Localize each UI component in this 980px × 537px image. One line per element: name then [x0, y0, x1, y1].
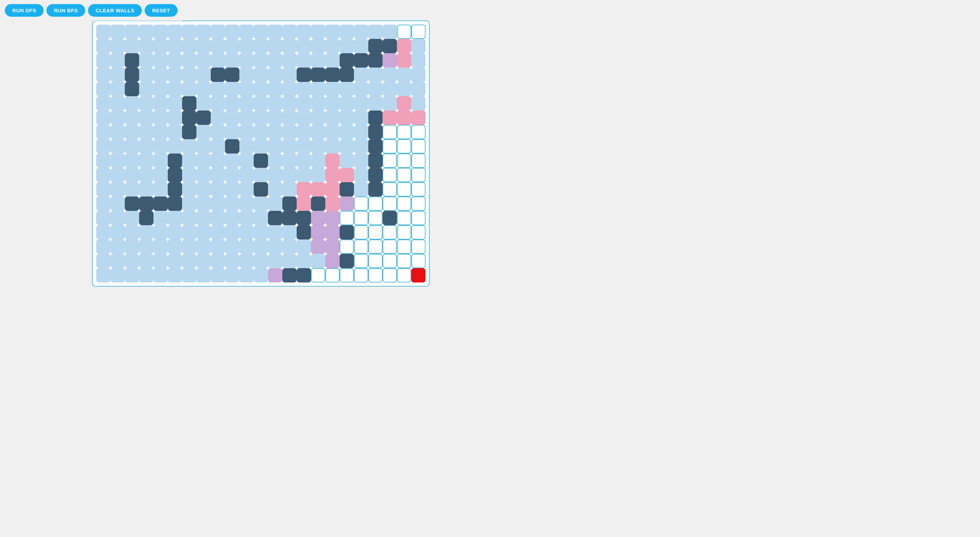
grid-cell[interactable]: [282, 110, 297, 125]
grid-cell[interactable]: [397, 39, 411, 53]
grid-cell[interactable]: [239, 239, 254, 254]
grid-cell[interactable]: [397, 25, 411, 39]
grid-cell[interactable]: [268, 139, 282, 153]
grid-cell[interactable]: [254, 39, 268, 53]
grid-cell[interactable]: [211, 196, 225, 211]
grid-cell[interactable]: [383, 225, 397, 239]
grid-cell[interactable]: [282, 139, 297, 153]
grid-cell[interactable]: [125, 211, 139, 225]
grid-cell[interactable]: [311, 39, 325, 53]
grid-cell[interactable]: [282, 96, 297, 110]
grid-cell[interactable]: [225, 254, 239, 268]
grid-cell[interactable]: [139, 110, 153, 125]
grid-cell[interactable]: [354, 254, 368, 268]
grid-cell[interactable]: [397, 196, 411, 211]
grid-cell[interactable]: [268, 67, 282, 82]
grid-cell[interactable]: [196, 153, 211, 168]
grid-cell[interactable]: [211, 268, 225, 282]
grid-cell[interactable]: [211, 125, 225, 139]
grid-cell[interactable]: [368, 254, 383, 268]
grid-cell[interactable]: [383, 82, 397, 96]
grid-cell[interactable]: [397, 82, 411, 96]
grid-cell[interactable]: [196, 39, 211, 53]
grid-cell[interactable]: [125, 82, 139, 96]
grid-cell[interactable]: [311, 110, 325, 125]
grid-cell[interactable]: [125, 110, 139, 125]
grid-cell[interactable]: [297, 53, 311, 67]
grid-cell[interactable]: [96, 53, 110, 67]
grid-cell[interactable]: [397, 139, 411, 153]
grid-cell[interactable]: [139, 182, 153, 196]
grid-cell[interactable]: [239, 268, 254, 282]
grid-cell[interactable]: [340, 225, 354, 239]
grid-cell[interactable]: [354, 182, 368, 196]
grid-cell[interactable]: [268, 110, 282, 125]
grid-cell[interactable]: [153, 268, 168, 282]
grid-cell[interactable]: [325, 268, 340, 282]
grid-cell[interactable]: [282, 268, 297, 282]
grid-cell[interactable]: [397, 239, 411, 254]
grid-cell[interactable]: [268, 82, 282, 96]
grid-cell[interactable]: [340, 268, 354, 282]
grid-cell[interactable]: [368, 239, 383, 254]
grid-cell[interactable]: [168, 25, 182, 39]
grid-cell[interactable]: [325, 254, 340, 268]
grid-cell[interactable]: [196, 239, 211, 254]
grid-cell[interactable]: [354, 225, 368, 239]
grid-cell[interactable]: [168, 39, 182, 53]
grid-cell[interactable]: [411, 196, 426, 211]
grid-cell[interactable]: [325, 239, 340, 254]
grid-cell[interactable]: [368, 96, 383, 110]
grid-cell[interactable]: [397, 168, 411, 182]
grid-cell[interactable]: [211, 39, 225, 53]
grid-cell[interactable]: [239, 196, 254, 211]
grid-cell[interactable]: [268, 182, 282, 196]
grid-cell[interactable]: [139, 153, 153, 168]
grid-cell[interactable]: [110, 211, 125, 225]
grid-cell[interactable]: [282, 39, 297, 53]
grid-cell[interactable]: [340, 196, 354, 211]
grid-cell[interactable]: [311, 239, 325, 254]
grid-cell[interactable]: [211, 67, 225, 82]
grid-cell[interactable]: [110, 67, 125, 82]
grid-cell[interactable]: [125, 153, 139, 168]
grid-cell[interactable]: [168, 268, 182, 282]
grid-cell[interactable]: [153, 96, 168, 110]
grid-cell[interactable]: [254, 139, 268, 153]
grid-cell[interactable]: [282, 225, 297, 239]
grid-cell[interactable]: [325, 182, 340, 196]
grid-cell[interactable]: [340, 39, 354, 53]
grid-cell[interactable]: [110, 139, 125, 153]
grid-cell[interactable]: [254, 96, 268, 110]
grid-cell[interactable]: [239, 82, 254, 96]
grid-cell[interactable]: [110, 96, 125, 110]
grid-cell[interactable]: [96, 268, 110, 282]
grid-cell[interactable]: [397, 225, 411, 239]
grid-cell[interactable]: [411, 211, 426, 225]
grid-cell[interactable]: [311, 268, 325, 282]
grid-cell[interactable]: [325, 53, 340, 67]
grid-cell[interactable]: [268, 268, 282, 282]
grid-cell[interactable]: [211, 53, 225, 67]
grid-cell[interactable]: [96, 25, 110, 39]
grid-cell[interactable]: [225, 182, 239, 196]
grid-cell[interactable]: [254, 53, 268, 67]
grid-cell[interactable]: [354, 53, 368, 67]
grid-cell[interactable]: [397, 182, 411, 196]
grid-cell[interactable]: [225, 110, 239, 125]
grid-cell[interactable]: [325, 139, 340, 153]
grid-cell[interactable]: [368, 268, 383, 282]
run-dfs-button[interactable]: RUN DFS: [5, 4, 44, 17]
grid-cell[interactable]: [96, 39, 110, 53]
grid-cell[interactable]: [383, 110, 397, 125]
grid-cell[interactable]: [297, 139, 311, 153]
grid-cell[interactable]: [282, 239, 297, 254]
grid-cell[interactable]: [397, 153, 411, 168]
clear-walls-button[interactable]: CLEAR WALLS: [88, 4, 142, 17]
grid-cell[interactable]: [139, 82, 153, 96]
grid-cell[interactable]: [139, 268, 153, 282]
grid-cell[interactable]: [225, 39, 239, 53]
grid-cell[interactable]: [168, 82, 182, 96]
grid-cell[interactable]: [411, 125, 426, 139]
grid-cell[interactable]: [268, 53, 282, 67]
